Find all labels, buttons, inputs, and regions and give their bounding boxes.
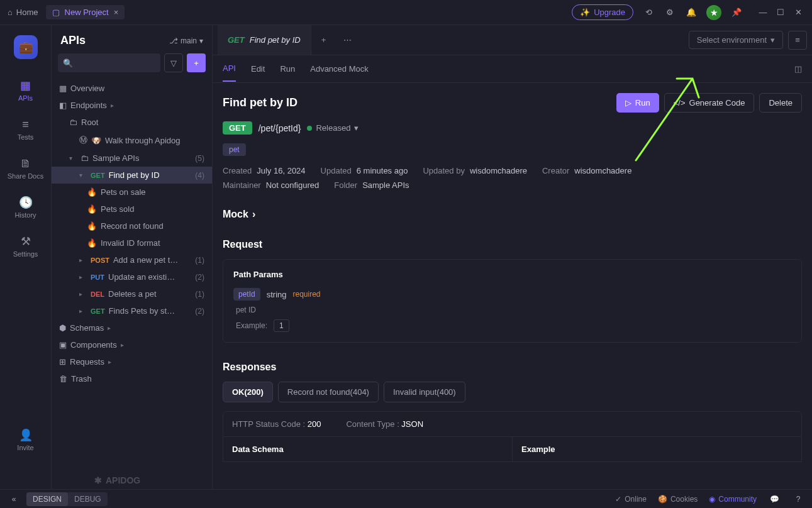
chevron-right-icon: ▸ (111, 102, 118, 109)
filter-button[interactable]: ▽ (164, 53, 183, 72)
feedback-icon[interactable]: 💬 (768, 493, 781, 505)
apis-icon: ▦ (19, 79, 32, 92)
components-icon: ▣ (59, 340, 67, 350)
status-badge[interactable]: Released ▾ (307, 123, 359, 133)
mock-section-title[interactable]: Mock› (223, 209, 802, 220)
activity-tests[interactable]: ≡ Tests (0, 112, 51, 147)
subtab-run[interactable]: Run (280, 57, 295, 81)
tests-icon: ≡ (19, 118, 32, 131)
requests-icon: ⊞ (59, 357, 66, 367)
online-status[interactable]: ✓Online (615, 495, 647, 504)
chevron-down-icon: ▾ (69, 155, 77, 162)
project-tab[interactable]: ▢ New Project × (46, 5, 125, 19)
response-item[interactable]: 🔥Invalid ID format (52, 235, 212, 251)
sidebar: APIs ⎇ main ▾ 🔍 ▽ + ▦ Overview (52, 25, 213, 489)
chevron-right-icon: › (252, 209, 255, 220)
overview-item[interactable]: ▦ Overview (52, 80, 212, 97)
share-icon: 🗎 (19, 157, 32, 170)
brand-icon: ✱ (94, 475, 102, 485)
api-item[interactable]: ▸PUTUpdate an existi…(2) (52, 268, 212, 285)
activity-apis[interactable]: ▦ APIs (0, 73, 51, 108)
activity-history[interactable]: 🕓 History (0, 190, 51, 225)
cookie-icon: 🍪 (658, 495, 667, 504)
activity-invite[interactable]: 👤 Invite (0, 422, 51, 458)
gear-icon[interactable]: ⚙ (664, 6, 676, 19)
collapse-icon[interactable]: « (8, 493, 20, 505)
plus-icon: + (321, 35, 326, 45)
find-pet-item[interactable]: ▾ GET Find pet by ID (4) (52, 167, 212, 184)
components-item[interactable]: ▣Components▸ (52, 336, 212, 353)
page-title: Find pet by ID (223, 96, 298, 109)
search-input[interactable]: 🔍 (58, 53, 160, 72)
add-button[interactable]: + (187, 53, 206, 72)
walkthrough-item[interactable]: Ⓜ 🐶 Walk through Apidog (52, 131, 212, 150)
home-button[interactable]: ⌂ Home (8, 8, 38, 17)
upgrade-label: Upgrade (594, 8, 625, 17)
dog-icon: 🐶 (91, 136, 101, 145)
mode-design[interactable]: DESIGN (26, 492, 68, 506)
folder-icon: 🗀 (81, 153, 89, 163)
root-folder[interactable]: 🗀 Root (52, 114, 212, 131)
doc-icon: Ⓜ (79, 135, 87, 146)
api-item[interactable]: ▸POSTAdd a new pet t…(1) (52, 251, 212, 268)
fire-icon: 🔥 (87, 187, 97, 197)
param-required: required (293, 290, 321, 299)
settings-icon: ⚒ (19, 235, 32, 248)
close-icon[interactable]: × (114, 8, 119, 17)
subtab-advanced-mock[interactable]: Advanced Mock (310, 57, 369, 81)
delete-button[interactable]: Delete (759, 93, 802, 113)
activity-settings[interactable]: ⚒ Settings (0, 229, 51, 264)
tab-find-pet[interactable]: GET Find pet by ID (218, 25, 311, 55)
environment-selector[interactable]: Select environment ▾ (689, 31, 783, 49)
app-logo: 💼 (14, 35, 38, 59)
branch-icon: ⎇ (169, 36, 178, 45)
resp-tab-404[interactable]: Record not found(404) (278, 382, 379, 402)
subtab-edit[interactable]: Edit (251, 57, 265, 81)
api-item[interactable]: ▸DELDeletes a pet(1) (52, 285, 212, 302)
panel-toggle-button[interactable]: ≡ (788, 31, 807, 50)
response-item[interactable]: 🔥Record not found (52, 218, 212, 235)
cookies-button[interactable]: 🍪Cookies (658, 495, 698, 504)
endpoints-icon: ◧ (59, 101, 67, 110)
sidebar-title: APIs (60, 34, 86, 47)
pin-icon[interactable]: 📌 (730, 6, 743, 19)
responses-section-title: Responses (223, 362, 802, 373)
refresh-icon[interactable]: ⟲ (642, 6, 655, 19)
resp-tab-ok[interactable]: OK(200) (223, 382, 273, 402)
schemas-item[interactable]: ⬢Schemas▸ (52, 319, 212, 336)
brand-logo: ✱ APIDOG (94, 475, 140, 485)
sidepanel-icon[interactable]: ◫ (794, 64, 802, 74)
bell-icon[interactable]: 🔔 (685, 6, 698, 19)
mode-debug[interactable]: DEBUG (68, 492, 108, 506)
check-icon: ✓ (615, 495, 621, 504)
endpoints-item[interactable]: ◧ Endpoints ▸ (52, 97, 212, 114)
generate-code-button[interactable]: </>Generate Code (664, 93, 755, 113)
help-icon[interactable]: ? (792, 493, 804, 505)
activity-share-docs[interactable]: 🗎 Share Docs (0, 151, 51, 186)
trash-icon: 🗑 (59, 374, 67, 384)
branch-selector[interactable]: ⎇ main ▾ (169, 36, 203, 45)
tag-pet[interactable]: pet (223, 143, 246, 156)
home-icon: ⌂ (8, 8, 13, 17)
run-button[interactable]: ▷Run (616, 93, 659, 113)
schema-icon: ⬢ (59, 323, 66, 333)
subtab-api[interactable]: API (223, 56, 236, 82)
community-button[interactable]: ◉Community (709, 495, 757, 504)
api-item[interactable]: ▸GETFinds Pets by st…(2) (52, 302, 212, 319)
sample-apis-folder[interactable]: ▾ 🗀 Sample APIs (5) (52, 150, 212, 167)
tab-more-button[interactable]: ⋯ (336, 35, 359, 45)
response-tabs: OK(200) Record not found(404) Invalid in… (223, 382, 802, 402)
status-dot-icon (307, 126, 312, 131)
response-item[interactable]: 🔥Pets sold (52, 201, 212, 218)
trash-item[interactable]: 🗑Trash (52, 370, 212, 387)
tab-add-button[interactable]: + (311, 35, 336, 45)
requests-item[interactable]: ⊞Requests▸ (52, 353, 212, 370)
close-window-icon[interactable]: ✕ (792, 6, 804, 19)
content: Find pet by ID ▷Run </>Generate Code Del… (213, 83, 812, 489)
avatar[interactable]: ★ (706, 5, 721, 20)
response-item[interactable]: 🔥Pets on sale (52, 184, 212, 201)
upgrade-button[interactable]: ✨ Upgrade (572, 4, 633, 20)
resp-tab-400[interactable]: Invalid input(400) (384, 382, 465, 402)
minimize-icon[interactable]: — (757, 6, 769, 19)
maximize-icon[interactable]: ☐ (774, 6, 787, 19)
